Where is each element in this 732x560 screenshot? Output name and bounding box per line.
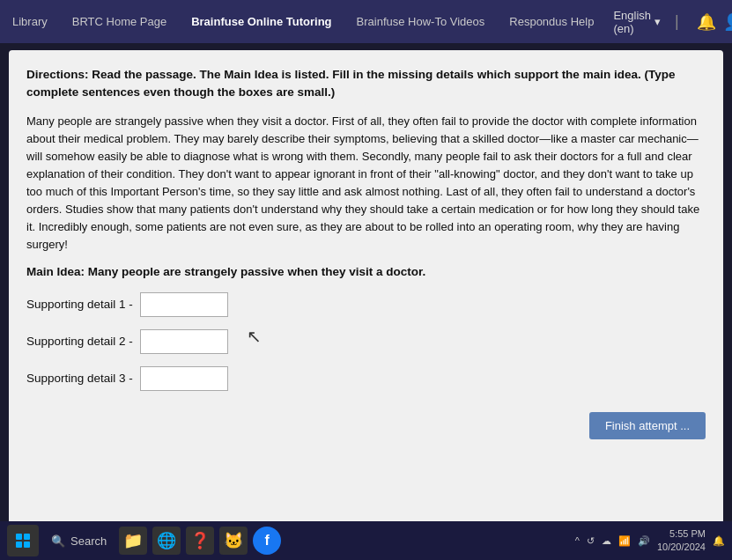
taskbar-right-section: ^ ↺ ☁ 📶 🔊 5:55 PM 10/20/2024 🔔 bbox=[575, 527, 725, 555]
finish-btn-container: Finish attempt ... bbox=[26, 412, 706, 439]
taskbar-facebook-icon[interactable]: f bbox=[253, 527, 281, 555]
language-selector[interactable]: English (en) ▾ bbox=[613, 9, 661, 35]
detail-row-2: Supporting detail 2 - bbox=[26, 329, 706, 354]
taskbar-search-label: Search bbox=[70, 534, 107, 548]
supporting-details-section: Supporting detail 1 - Supporting detail … bbox=[26, 292, 706, 391]
main-idea-label: Main Idea: bbox=[26, 265, 85, 278]
windows-logo-icon bbox=[16, 534, 30, 548]
taskbar-search-area[interactable]: 🔍 Search bbox=[44, 531, 114, 551]
taskbar-date-display: 10/20/2024 bbox=[657, 541, 706, 554]
nav-separator: | bbox=[675, 12, 679, 31]
directions-text: Directions: Read the passage. The Main I… bbox=[26, 66, 706, 102]
taskbar-help-icon[interactable]: ❓ bbox=[186, 527, 214, 555]
nav-icon-group: 🔔 👤 bbox=[697, 12, 732, 32]
top-navigation: Library BRTC Home Page Brainfuse Online … bbox=[0, 0, 732, 43]
taskbar-cat-icon[interactable]: 🐱 bbox=[219, 527, 248, 555]
arrow-up-icon[interactable]: ^ bbox=[575, 535, 580, 546]
nav-library[interactable]: Library bbox=[7, 11, 53, 32]
nav-brainfuse-tutoring[interactable]: Brainfuse Online Tutoring bbox=[186, 11, 336, 32]
taskbar-clock[interactable]: 5:55 PM 10/20/2024 bbox=[657, 527, 706, 555]
cat-icon: 🐱 bbox=[224, 531, 243, 550]
network-icon[interactable]: ↺ bbox=[587, 535, 595, 547]
detail-label-1: Supporting detail 1 - bbox=[26, 298, 133, 311]
wifi-icon[interactable]: 📶 bbox=[618, 535, 631, 547]
detail-row-1: Supporting detail 1 - bbox=[26, 292, 706, 317]
main-idea-line: Main Idea: Many people are strangely pas… bbox=[26, 265, 706, 278]
main-content-area: Directions: Read the passage. The Main I… bbox=[9, 50, 723, 526]
nav-brtc-home[interactable]: BRTC Home Page bbox=[67, 11, 172, 32]
question-icon: ❓ bbox=[190, 531, 210, 550]
user-icon[interactable]: 👤 bbox=[723, 12, 732, 32]
directions-box: Directions: Read the passage. The Main I… bbox=[26, 66, 706, 102]
detail-label-3: Supporting detail 3 - bbox=[26, 372, 133, 385]
cloud-icon[interactable]: ☁ bbox=[602, 535, 611, 547]
taskbar-edge-icon[interactable]: 🌐 bbox=[152, 527, 181, 555]
finish-attempt-button[interactable]: Finish attempt ... bbox=[589, 412, 706, 439]
main-idea-text: Many people are strangely passive when t… bbox=[88, 265, 425, 278]
taskbar: 🔍 Search 📁 🌐 ❓ 🐱 f ^ ↺ ☁ 📶 🔊 5:55 PM 10/… bbox=[0, 521, 732, 560]
windows-start-button[interactable] bbox=[7, 525, 39, 556]
search-icon: 🔍 bbox=[51, 534, 65, 548]
folder-icon: 📁 bbox=[123, 531, 143, 550]
taskbar-time-display: 5:55 PM bbox=[657, 527, 706, 541]
detail-input-2[interactable] bbox=[140, 329, 228, 354]
detail-label-2: Supporting detail 2 - bbox=[26, 335, 133, 348]
chevron-down-icon: ▾ bbox=[654, 15, 661, 28]
language-label: English (en) bbox=[613, 9, 651, 35]
nav-brainfuse-videos[interactable]: Brainfuse How-To Videos bbox=[351, 11, 491, 32]
browser-icon: 🌐 bbox=[157, 531, 176, 550]
facebook-icon: f bbox=[265, 533, 270, 549]
taskbar-file-explorer-icon[interactable]: 📁 bbox=[119, 527, 147, 555]
nav-respondus-help[interactable]: Respondus Help bbox=[504, 11, 599, 32]
detail-row-3: Supporting detail 3 - bbox=[26, 366, 706, 391]
bell-icon[interactable]: 🔔 bbox=[697, 12, 716, 32]
detail-input-1[interactable] bbox=[140, 292, 228, 317]
volume-icon[interactable]: 🔊 bbox=[638, 535, 650, 547]
passage-text: Many people are strangely passive when t… bbox=[26, 113, 706, 254]
detail-input-3[interactable] bbox=[140, 366, 228, 391]
notification-icon[interactable]: 🔔 bbox=[713, 535, 725, 547]
